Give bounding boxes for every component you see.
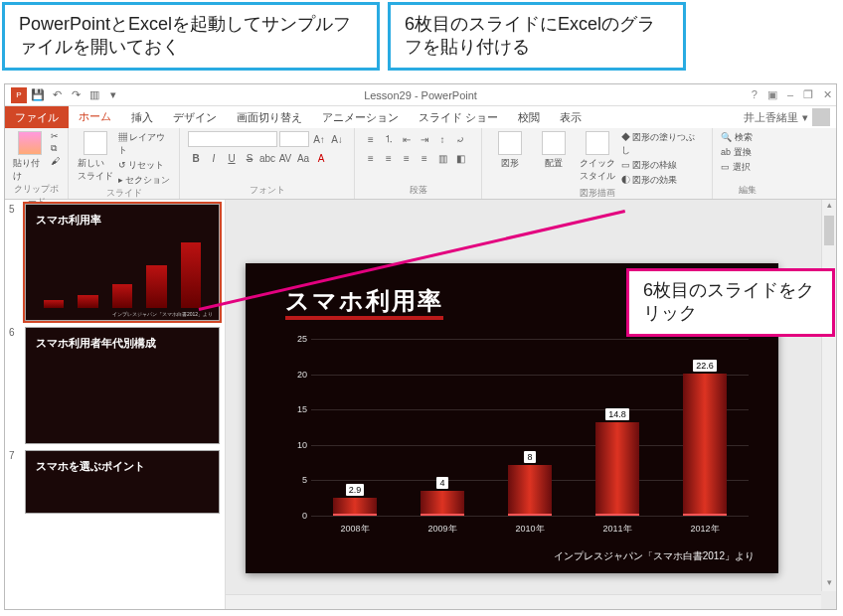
y-tick: 0 [302,511,307,521]
increase-indent-icon[interactable]: ⇥ [417,131,432,147]
font-size-combo[interactable] [279,131,309,147]
account-area[interactable]: 井上香緒里 ▾ [744,108,836,126]
bullets-icon[interactable]: ≡ [363,131,379,147]
char-spacing-button[interactable]: AV [277,150,293,166]
text-direction-icon[interactable]: ⤾ [452,131,468,147]
align-left-icon[interactable]: ≡ [363,150,379,166]
bar: 22.6 [676,360,734,516]
reset-button[interactable]: ↺ リセット [118,159,171,172]
bold-button[interactable]: B [188,150,204,166]
horizontal-scrollbar[interactable] [226,594,821,609]
font-color-button[interactable]: A [313,150,329,166]
bar-value-label: 22.6 [693,360,717,372]
underline-button[interactable]: U [224,150,240,166]
account-dropdown-icon[interactable]: ▾ [802,111,808,124]
thumbnail-slide-7[interactable]: スマホを選ぶポイント [25,450,220,514]
x-tick-label: 2009年 [427,523,456,536]
grow-font-icon[interactable]: A↑ [311,131,327,147]
group-label-slides: スライド [77,187,171,200]
bar-value-label: 14.8 [605,408,629,420]
quick-access-toolbar: P 💾 ↶ ↷ ▥ ▾ [5,85,127,105]
align-right-icon[interactable]: ≡ [399,150,415,166]
group-label-drawing: 図形描画 [490,187,704,200]
minimize-button[interactable]: – [787,88,793,101]
new-slide-button[interactable]: 新しい スライド [77,131,114,183]
replace-button[interactable]: ab 置換 [721,146,753,159]
scroll-down-arrow[interactable]: ▾ [822,577,836,591]
bar: 4 [414,477,471,516]
arrange-icon [542,131,566,155]
scroll-up-arrow[interactable]: ▴ [822,200,836,214]
copy-icon[interactable]: ⧉ [51,143,60,154]
shape-effects-button[interactable]: ◐ 図形の効果 [621,174,704,187]
tab-slideshow[interactable]: スライド ショー [409,106,508,129]
maximize-button[interactable]: ❐ [803,88,813,101]
slide-editor[interactable]: スマホ利用率 0510152025 2.94814.822.6 2008年200… [226,200,836,609]
paste-button[interactable]: 貼り付け [13,131,47,183]
italic-button[interactable]: I [206,150,222,166]
ribbon-display-icon[interactable]: ▣ [767,88,777,101]
tab-design[interactable]: デザイン [163,106,227,129]
line-spacing-icon[interactable]: ↕ [434,131,450,147]
tab-animations[interactable]: アニメーション [312,106,409,129]
vertical-scrollbar[interactable]: ▴ ▾ [821,200,836,591]
tab-transitions[interactable]: 画面切り替え [227,106,312,129]
paste-label: 貼り付け [13,157,47,183]
undo-icon[interactable]: ↶ [49,87,65,103]
arrange-button[interactable]: 配置 [534,131,574,170]
instruction-callout-2: 6枚目のスライドにExcelのグラフを貼り付ける [388,2,686,71]
thumb-title-6: スマホ利用者年代別構成 [36,336,156,351]
slide-thumbnails-pane[interactable]: 5 スマホ利用率 インプレスジャパン「スマホ白書2012」より 6 [5,200,226,609]
cut-icon[interactable]: ✂ [51,131,60,141]
tab-insert[interactable]: 挿入 [121,106,163,129]
find-button[interactable]: 🔍 検索 [721,131,753,144]
tab-file[interactable]: ファイル [5,106,69,129]
chart-x-labels: 2008年2009年2010年2011年2012年 [311,523,749,536]
layout-button[interactable]: ▦ レイアウト [118,131,171,157]
change-case-button[interactable]: Aa [295,150,311,166]
decrease-indent-icon[interactable]: ⇤ [399,131,415,147]
bar-value-label: 8 [524,451,535,463]
justify-icon[interactable]: ≡ [417,150,432,166]
section-button[interactable]: ▸ セクション [118,174,171,187]
x-tick-label: 2010年 [515,523,544,536]
tab-home[interactable]: ホーム [69,105,121,130]
align-center-icon[interactable]: ≡ [381,150,397,166]
qat-dropdown-icon[interactable]: ▾ [105,87,121,103]
bar: 14.8 [589,408,646,516]
shapes-button[interactable]: 図形 [490,131,530,170]
shape-fill-button[interactable]: ◆ 図形の塗りつぶし [621,131,704,157]
y-tick: 5 [302,475,307,485]
ribbon-tabs: ファイル ホーム 挿入 デザイン 画面切り替え アニメーション スライド ショー… [5,106,836,128]
redo-icon[interactable]: ↷ [68,87,84,103]
new-slide-label: 新しい スライド [78,157,113,183]
numbering-icon[interactable]: ⒈ [381,131,397,147]
close-button[interactable]: ✕ [823,88,832,101]
scroll-thumb[interactable] [824,216,834,245]
smartart-icon[interactable]: ◧ [452,150,468,166]
select-button[interactable]: ▭ 選択 [721,161,753,174]
thumbnail-slide-6[interactable]: スマホ利用者年代別構成 [25,327,220,444]
bar-value-label: 2.9 [346,484,365,496]
columns-icon[interactable]: ▥ [434,150,450,166]
tab-view[interactable]: 表示 [550,106,591,129]
thumb-number-6: 6 [9,327,21,444]
chart-bars: 2.94814.822.6 [311,339,749,516]
save-icon[interactable]: 💾 [30,87,46,103]
slide-title[interactable]: スマホ利用率 [285,285,443,317]
tab-review[interactable]: 校閲 [508,106,550,129]
y-tick: 10 [297,440,307,450]
slideshow-icon[interactable]: ▥ [86,87,102,103]
thumbnail-slide-5[interactable]: スマホ利用率 インプレスジャパン「スマホ白書2012」より [25,204,220,321]
quick-style-button[interactable]: クイック スタイル [578,131,617,183]
shrink-font-icon[interactable]: A↓ [329,131,345,147]
format-painter-icon[interactable]: 🖌 [51,156,60,166]
chart-container[interactable]: 0510152025 2.94814.822.6 2008年2009年2010年… [287,339,749,538]
strike-button[interactable]: S [242,150,257,166]
font-name-combo[interactable] [188,131,277,147]
shape-outline-button[interactable]: ▭ 図形の枠線 [621,159,704,172]
help-icon[interactable]: ? [752,88,758,101]
thumb-number-7: 7 [9,450,21,514]
text-shadow-button[interactable]: abc [259,150,275,166]
quick-style-icon [586,131,609,155]
